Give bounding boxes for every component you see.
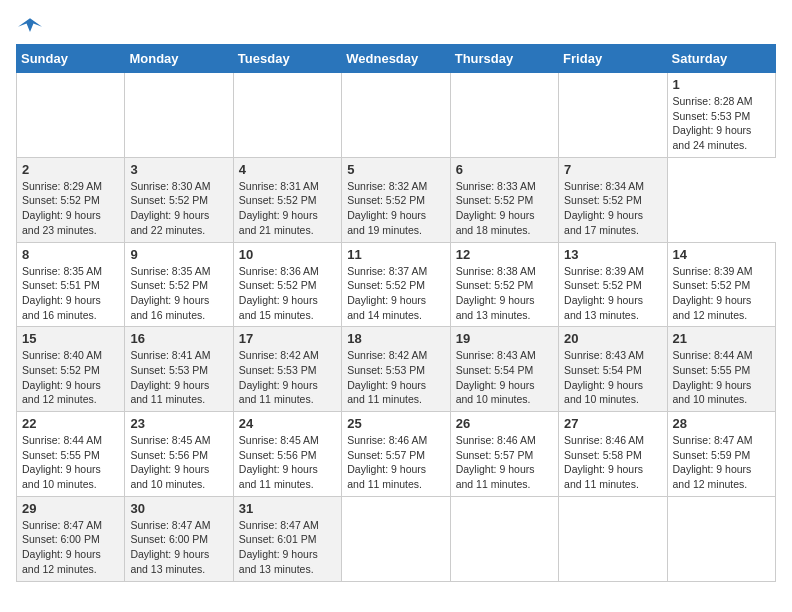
- day-info: Sunrise: 8:37 AMSunset: 5:52 PMDaylight:…: [347, 264, 444, 323]
- logo-bird-icon: [18, 16, 42, 36]
- calendar-cell: 2Sunrise: 8:29 AMSunset: 5:52 PMDaylight…: [17, 157, 125, 242]
- calendar-cell: [667, 496, 775, 581]
- day-number: 4: [239, 162, 336, 177]
- calendar-cell: [233, 73, 341, 158]
- calendar-table: SundayMondayTuesdayWednesdayThursdayFrid…: [16, 44, 776, 582]
- calendar-cell: [125, 73, 233, 158]
- day-number: 13: [564, 247, 661, 262]
- day-info: Sunrise: 8:46 AMSunset: 5:58 PMDaylight:…: [564, 433, 661, 492]
- day-info: Sunrise: 8:33 AMSunset: 5:52 PMDaylight:…: [456, 179, 553, 238]
- day-number: 30: [130, 501, 227, 516]
- day-info: Sunrise: 8:32 AMSunset: 5:52 PMDaylight:…: [347, 179, 444, 238]
- calendar-cell: 16Sunrise: 8:41 AMSunset: 5:53 PMDayligh…: [125, 327, 233, 412]
- day-info: Sunrise: 8:29 AMSunset: 5:52 PMDaylight:…: [22, 179, 119, 238]
- day-info: Sunrise: 8:47 AMSunset: 6:01 PMDaylight:…: [239, 518, 336, 577]
- day-number: 2: [22, 162, 119, 177]
- day-info: Sunrise: 8:39 AMSunset: 5:52 PMDaylight:…: [564, 264, 661, 323]
- day-number: 1: [673, 77, 770, 92]
- calendar-cell: [342, 496, 450, 581]
- calendar-cell: 15Sunrise: 8:40 AMSunset: 5:52 PMDayligh…: [17, 327, 125, 412]
- day-number: 27: [564, 416, 661, 431]
- day-number: 9: [130, 247, 227, 262]
- day-info: Sunrise: 8:47 AMSunset: 6:00 PMDaylight:…: [22, 518, 119, 577]
- calendar-cell: 21Sunrise: 8:44 AMSunset: 5:55 PMDayligh…: [667, 327, 775, 412]
- day-info: Sunrise: 8:45 AMSunset: 5:56 PMDaylight:…: [130, 433, 227, 492]
- calendar-cell: 27Sunrise: 8:46 AMSunset: 5:58 PMDayligh…: [559, 412, 667, 497]
- day-number: 24: [239, 416, 336, 431]
- day-info: Sunrise: 8:39 AMSunset: 5:52 PMDaylight:…: [673, 264, 770, 323]
- calendar-cell: 1Sunrise: 8:28 AMSunset: 5:53 PMDaylight…: [667, 73, 775, 158]
- calendar-cell: [559, 73, 667, 158]
- day-info: Sunrise: 8:46 AMSunset: 5:57 PMDaylight:…: [347, 433, 444, 492]
- calendar-cell: 20Sunrise: 8:43 AMSunset: 5:54 PMDayligh…: [559, 327, 667, 412]
- calendar-cell: [17, 73, 125, 158]
- dow-header-monday: Monday: [125, 45, 233, 73]
- calendar-cell: 19Sunrise: 8:43 AMSunset: 5:54 PMDayligh…: [450, 327, 558, 412]
- day-info: Sunrise: 8:40 AMSunset: 5:52 PMDaylight:…: [22, 348, 119, 407]
- dow-header-wednesday: Wednesday: [342, 45, 450, 73]
- calendar-cell: 23Sunrise: 8:45 AMSunset: 5:56 PMDayligh…: [125, 412, 233, 497]
- calendar-cell: 5Sunrise: 8:32 AMSunset: 5:52 PMDaylight…: [342, 157, 450, 242]
- day-number: 20: [564, 331, 661, 346]
- calendar-week-row: 29Sunrise: 8:47 AMSunset: 6:00 PMDayligh…: [17, 496, 776, 581]
- calendar-cell: 13Sunrise: 8:39 AMSunset: 5:52 PMDayligh…: [559, 242, 667, 327]
- header: [16, 16, 776, 36]
- day-number: 23: [130, 416, 227, 431]
- day-of-week-header-row: SundayMondayTuesdayWednesdayThursdayFrid…: [17, 45, 776, 73]
- calendar-week-row: 22Sunrise: 8:44 AMSunset: 5:55 PMDayligh…: [17, 412, 776, 497]
- day-number: 5: [347, 162, 444, 177]
- day-info: Sunrise: 8:34 AMSunset: 5:52 PMDaylight:…: [564, 179, 661, 238]
- day-number: 12: [456, 247, 553, 262]
- day-number: 3: [130, 162, 227, 177]
- day-number: 22: [22, 416, 119, 431]
- dow-header-tuesday: Tuesday: [233, 45, 341, 73]
- calendar-cell: [450, 496, 558, 581]
- calendar-cell: 7Sunrise: 8:34 AMSunset: 5:52 PMDaylight…: [559, 157, 667, 242]
- day-number: 28: [673, 416, 770, 431]
- day-info: Sunrise: 8:44 AMSunset: 5:55 PMDaylight:…: [673, 348, 770, 407]
- calendar-cell: [450, 73, 558, 158]
- calendar-cell: 31Sunrise: 8:47 AMSunset: 6:01 PMDayligh…: [233, 496, 341, 581]
- day-number: 10: [239, 247, 336, 262]
- day-number: 19: [456, 331, 553, 346]
- day-number: 8: [22, 247, 119, 262]
- day-info: Sunrise: 8:36 AMSunset: 5:52 PMDaylight:…: [239, 264, 336, 323]
- day-info: Sunrise: 8:43 AMSunset: 5:54 PMDaylight:…: [564, 348, 661, 407]
- day-info: Sunrise: 8:31 AMSunset: 5:52 PMDaylight:…: [239, 179, 336, 238]
- day-number: 26: [456, 416, 553, 431]
- dow-header-saturday: Saturday: [667, 45, 775, 73]
- calendar-cell: 24Sunrise: 8:45 AMSunset: 5:56 PMDayligh…: [233, 412, 341, 497]
- calendar-cell: 4Sunrise: 8:31 AMSunset: 5:52 PMDaylight…: [233, 157, 341, 242]
- calendar-week-row: 8Sunrise: 8:35 AMSunset: 5:51 PMDaylight…: [17, 242, 776, 327]
- logo: [16, 16, 42, 36]
- day-info: Sunrise: 8:42 AMSunset: 5:53 PMDaylight:…: [347, 348, 444, 407]
- day-number: 11: [347, 247, 444, 262]
- calendar-cell: 10Sunrise: 8:36 AMSunset: 5:52 PMDayligh…: [233, 242, 341, 327]
- day-number: 17: [239, 331, 336, 346]
- day-info: Sunrise: 8:46 AMSunset: 5:57 PMDaylight:…: [456, 433, 553, 492]
- day-info: Sunrise: 8:45 AMSunset: 5:56 PMDaylight:…: [239, 433, 336, 492]
- day-number: 18: [347, 331, 444, 346]
- calendar-cell: 8Sunrise: 8:35 AMSunset: 5:51 PMDaylight…: [17, 242, 125, 327]
- calendar-week-row: 15Sunrise: 8:40 AMSunset: 5:52 PMDayligh…: [17, 327, 776, 412]
- day-info: Sunrise: 8:47 AMSunset: 6:00 PMDaylight:…: [130, 518, 227, 577]
- calendar-cell: 29Sunrise: 8:47 AMSunset: 6:00 PMDayligh…: [17, 496, 125, 581]
- day-number: 7: [564, 162, 661, 177]
- calendar-cell: [342, 73, 450, 158]
- calendar-cell: 14Sunrise: 8:39 AMSunset: 5:52 PMDayligh…: [667, 242, 775, 327]
- svg-marker-0: [18, 18, 42, 32]
- calendar-cell: 28Sunrise: 8:47 AMSunset: 5:59 PMDayligh…: [667, 412, 775, 497]
- calendar-cell: 3Sunrise: 8:30 AMSunset: 5:52 PMDaylight…: [125, 157, 233, 242]
- calendar-cell: 22Sunrise: 8:44 AMSunset: 5:55 PMDayligh…: [17, 412, 125, 497]
- dow-header-thursday: Thursday: [450, 45, 558, 73]
- day-number: 31: [239, 501, 336, 516]
- calendar-cell: 26Sunrise: 8:46 AMSunset: 5:57 PMDayligh…: [450, 412, 558, 497]
- calendar-cell: [559, 496, 667, 581]
- calendar-cell: 12Sunrise: 8:38 AMSunset: 5:52 PMDayligh…: [450, 242, 558, 327]
- day-number: 6: [456, 162, 553, 177]
- dow-header-sunday: Sunday: [17, 45, 125, 73]
- day-info: Sunrise: 8:30 AMSunset: 5:52 PMDaylight:…: [130, 179, 227, 238]
- day-number: 16: [130, 331, 227, 346]
- calendar-body: 1Sunrise: 8:28 AMSunset: 5:53 PMDaylight…: [17, 73, 776, 582]
- calendar-cell: 9Sunrise: 8:35 AMSunset: 5:52 PMDaylight…: [125, 242, 233, 327]
